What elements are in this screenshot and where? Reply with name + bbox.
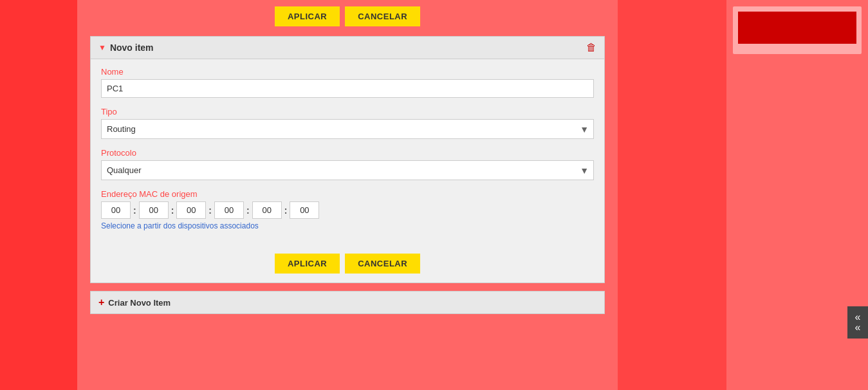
mac-sep-2: : — [171, 205, 174, 216]
tipo-group: Tipo Routing Bridging Other ▼ — [101, 107, 594, 139]
novo-item-panel: ▼ Novo item 🗑 Nome Tipo Routing Bridging… — [90, 36, 605, 283]
criar-novo-icon: + — [98, 297, 104, 308]
top-button-group: APLICAR CANCELAR — [90, 6, 605, 26]
scroll-arrow-icon-2: « — [855, 322, 861, 333]
criar-novo-label: Criar Novo Item — [108, 298, 171, 308]
bottom-aplicar-button[interactable]: APLICAR — [275, 254, 340, 274]
collapse-triangle-icon[interactable]: ▼ — [98, 43, 106, 52]
bottom-button-group: APLICAR CANCELAR — [91, 247, 604, 283]
novo-item-header-left: ▼ Novo item — [98, 42, 154, 53]
nome-input[interactable] — [101, 79, 594, 98]
mac-field-2[interactable] — [139, 201, 169, 219]
mac-fields-group: : : : : : — [101, 201, 594, 219]
right-inner — [733, 6, 862, 54]
mac-field-5[interactable] — [252, 201, 282, 219]
mac-field-1[interactable] — [101, 201, 131, 219]
main-content: APLICAR CANCELAR ▼ Novo item 🗑 Nome Tipo — [77, 0, 618, 390]
tipo-select[interactable]: Routing Bridging Other — [101, 119, 594, 139]
protocolo-select-wrapper: Qualquer TCP UDP ICMP ▼ — [101, 160, 594, 180]
mac-field-6[interactable] — [290, 201, 319, 219]
protocolo-select[interactable]: Qualquer TCP UDP ICMP — [101, 160, 594, 180]
right-panel — [726, 0, 868, 390]
criar-novo-panel[interactable]: + Criar Novo Item — [90, 291, 605, 314]
mac-group: Endereço MAC de origem : : : : : Selecio… — [101, 189, 594, 230]
mac-sep-5: : — [284, 205, 288, 216]
mac-sep-3: : — [208, 205, 212, 216]
left-sidebar — [0, 0, 77, 390]
mac-label: Endereço MAC de origem — [101, 189, 594, 199]
delete-item-icon[interactable]: 🗑 — [586, 42, 596, 53]
mac-sep-1: : — [133, 205, 136, 216]
novo-item-form-body: Nome Tipo Routing Bridging Other ▼ Proto… — [91, 59, 604, 247]
select-devices-link[interactable]: Selecione a partir dos dispositivos asso… — [101, 221, 259, 230]
tipo-select-wrapper: Routing Bridging Other ▼ — [101, 119, 594, 139]
tipo-label: Tipo — [101, 107, 594, 116]
scroll-arrow-icon: « — [855, 312, 861, 322]
mac-field-3[interactable] — [176, 201, 206, 219]
top-aplicar-button[interactable]: APLICAR — [275, 6, 340, 26]
protocolo-group: Protocolo Qualquer TCP UDP ICMP ▼ — [101, 148, 594, 180]
nome-group: Nome — [101, 67, 594, 98]
novo-item-title: Novo item — [110, 42, 154, 53]
bottom-cancelar-button[interactable]: CANCELAR — [345, 254, 420, 274]
top-cancelar-button[interactable]: CANCELAR — [345, 6, 420, 26]
novo-item-header: ▼ Novo item 🗑 — [91, 37, 604, 59]
scroll-up-button[interactable]: « « — [847, 306, 868, 339]
mac-field-4[interactable] — [214, 201, 244, 219]
mac-sep-4: : — [246, 205, 250, 216]
right-red-box — [738, 12, 856, 44]
protocolo-label: Protocolo — [101, 148, 594, 158]
nome-label: Nome — [101, 67, 594, 77]
